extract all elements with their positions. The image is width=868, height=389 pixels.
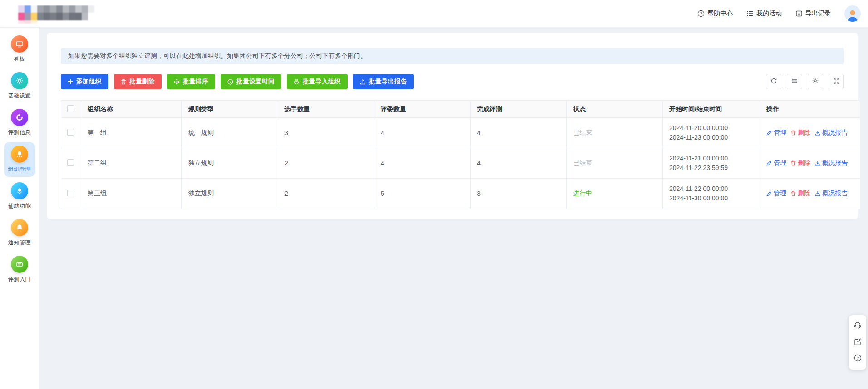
sidebar-item-label: 通知管理 [5,239,34,247]
fullscreen-button[interactable] [829,74,844,89]
activity-list-icon [746,10,754,17]
refresh-button[interactable] [766,74,781,89]
help-center-link[interactable]: ? 帮助中心 [697,10,733,18]
manage-link[interactable]: 管理 [766,190,786,198]
batch-export-report-button[interactable]: 批量导出报告 [353,74,414,89]
players-cell: 3 [278,118,374,148]
manage-link[interactable]: 管理 [766,129,786,137]
export-record-icon [795,10,803,17]
col-header-name: 组织名称 [81,101,182,118]
download-icon [815,191,820,196]
time-cell: 2024-11-21 00:00:002024-11-22 23:59:59 [663,148,760,179]
blurred-logo-icon [18,4,99,24]
players-cell: 2 [278,148,374,179]
trash-icon [791,130,796,136]
delete-link[interactable]: 删除 [791,159,810,167]
col-header-actions: 操作 [760,101,860,118]
person-icon [846,8,859,22]
org-name-cell: 第一组 [81,118,182,148]
delete-link[interactable]: 删除 [791,190,810,198]
row-checkbox[interactable] [67,129,74,136]
sidebar-item-organization-management[interactable]: 组织管理 [4,142,35,177]
feedback-button[interactable] [849,334,866,350]
status-badge: 已结束 [573,129,592,136]
completed-cell: 4 [471,148,567,179]
organization-table: 组织名称 规则类型 选手数量 评委数量 完成评测 状态 开始时间/结束时间 操作… [61,100,860,209]
col-header-rule-type: 规则类型 [182,101,278,118]
my-activity-link[interactable]: 我的活动 [746,10,782,18]
headset-icon [853,321,862,331]
sidebar-item-evaluation-info[interactable]: 评测信息 [4,106,35,140]
entry-card-icon [11,256,28,273]
table-row: 第二组 独立规则 2 4 4 已结束 2024-11-21 00:00:0020… [61,148,860,179]
overview-report-link[interactable]: 概况报告 [815,159,848,167]
app-logo [18,3,99,24]
help-button[interactable]: ? [849,350,866,367]
svg-text:?: ? [856,355,858,360]
add-organization-button[interactable]: 添加组织 [61,74,108,89]
sidebar-item-notification-management[interactable]: 通知管理 [4,216,35,250]
status-badge: 已结束 [573,159,592,166]
batch-sort-button[interactable]: 批量排序 [167,74,215,89]
gear-icon [812,77,819,86]
evaluation-info-icon [11,109,28,126]
floating-tools-panel: ? [849,315,866,370]
user-avatar[interactable] [844,5,861,22]
table-row: 第三组 独立规则 2 5 3 进行中 2024-11-22 00:00:0020… [61,179,860,209]
density-button[interactable] [787,74,802,89]
move-icon [174,79,180,85]
table-header-row: 组织名称 规则类型 选手数量 评委数量 完成评测 状态 开始时间/结束时间 操作 [61,101,860,118]
column-settings-button[interactable] [808,74,823,89]
sidebar-item-label: 辅助功能 [5,202,34,210]
sidebar-item-dashboard[interactable]: 看板 [4,32,35,67]
sidebar-item-label: 评测入口 [5,276,34,283]
download-icon [815,160,820,166]
trash-icon [121,79,126,85]
rule-type-cell: 独立规则 [182,179,278,209]
select-all-checkbox[interactable] [67,105,74,112]
top-header: ? 帮助中心 我的活动 导出记录 [0,0,868,28]
overview-report-link[interactable]: 概况报告 [815,190,848,198]
organization-panel: 如果您需要对多个组织独立评测，可以在此处增加组织。如集团公司下有多个分公司；公司… [47,33,858,219]
col-header-time: 开始时间/结束时间 [663,101,760,118]
players-cell: 2 [278,179,374,209]
row-checkbox[interactable] [67,190,74,196]
col-header-judges: 评委数量 [374,101,471,118]
rule-type-cell: 统一规则 [182,118,278,148]
svg-text:?: ? [700,11,702,16]
info-banner: 如果您需要对多个组织独立评测，可以在此处增加组织。如集团公司下有多个分公司；公司… [61,48,844,64]
time-cell: 2024-11-22 00:00:002024-11-30 00:00:00 [663,179,760,209]
batch-set-time-button[interactable]: 批量设置时间 [221,74,281,89]
col-header-players: 选手数量 [278,101,374,118]
header-nav: ? 帮助中心 我的活动 导出记录 [697,5,868,22]
sidebar-item-basic-settings[interactable]: 基础设置 [4,69,35,103]
status-badge: 进行中 [573,190,592,197]
sidebar-item-label: 组织管理 [5,165,34,173]
table-tools [766,74,844,89]
manage-link[interactable]: 管理 [766,159,786,167]
help-center-label: 帮助中心 [707,10,733,18]
delete-link[interactable]: 删除 [791,129,810,137]
org-name-cell: 第二组 [81,148,182,179]
main-content: 如果您需要对多个组织独立评测，可以在此处增加组织。如集团公司下有多个分公司；公司… [39,28,868,389]
organization-icon [11,146,28,163]
table-row: 第一组 统一规则 3 4 4 已结束 2024-11-20 00:00:0020… [61,118,860,148]
sidebar-item-label: 看板 [5,55,34,63]
time-cell: 2024-11-20 00:00:002024-11-23 00:00:00 [663,118,760,148]
info-banner-text: 如果您需要对多个组织独立评测，可以在此处增加组织。如集团公司下有多个分公司；公司… [68,52,367,60]
export-record-link[interactable]: 导出记录 [795,10,831,18]
plus-icon [68,79,73,84]
export-icon [360,79,366,85]
sidebar-item-auxiliary-functions[interactable]: 辅助功能 [4,179,35,214]
judges-cell: 4 [374,118,471,148]
batch-import-button[interactable]: 批量导入组织 [287,74,348,89]
sidebar-item-evaluation-entry[interactable]: 评测入口 [4,253,35,287]
overview-report-link[interactable]: 概况报告 [815,129,848,137]
dashboard-icon [11,35,28,53]
customer-service-button[interactable] [849,318,866,334]
row-checkbox[interactable] [67,159,74,166]
trash-icon [791,191,796,196]
pencil-icon [766,191,772,196]
completed-cell: 4 [471,118,567,148]
batch-delete-button[interactable]: 批量删除 [114,74,162,89]
